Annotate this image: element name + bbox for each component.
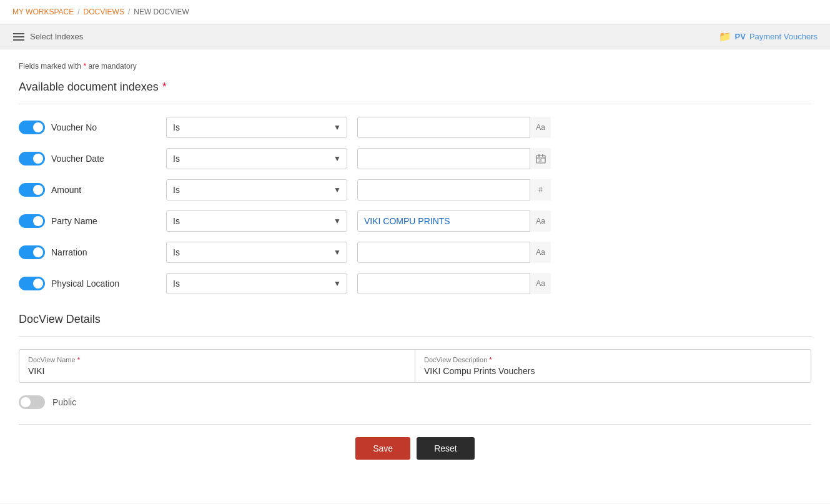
docview-divider: [19, 336, 811, 337]
index-row-amount: Amount IsContainsStarts WithEnds With ▼ …: [19, 179, 811, 200]
voucher-date-label-group: Voucher Date: [19, 152, 156, 166]
voucher-date-field-icon[interactable]: 19: [530, 148, 551, 169]
physical-location-field-icon: Aa: [530, 273, 551, 294]
header-left: Select Indexes: [12, 32, 83, 42]
narration-field-icon: Aa: [530, 242, 551, 263]
physical-location-label: Physical Location: [51, 279, 119, 289]
voucher-no-value[interactable]: [357, 117, 551, 138]
svg-rect-0: [13, 33, 24, 34]
physical-location-toggle[interactable]: [19, 277, 45, 290]
voucher-date-operator[interactable]: IsContainsStarts WithEnds With: [166, 148, 347, 169]
save-button[interactable]: Save: [355, 437, 410, 460]
docview-desc-star: *: [489, 356, 492, 363]
docview-desc-field: DocView Description *: [415, 350, 811, 382]
bottom-divider: [19, 424, 811, 425]
mandatory-star: *: [83, 62, 86, 71]
docview-desc-label: DocView Description *: [424, 356, 802, 363]
public-toggle[interactable]: [19, 395, 45, 409]
reset-button[interactable]: Reset: [417, 437, 475, 460]
amount-value-wrap: #: [357, 179, 551, 200]
breadcrumb-docviews[interactable]: DOCVIEWS: [84, 7, 124, 16]
breadcrumb-sep-2: /: [128, 7, 130, 16]
physical-location-label-group: Physical Location: [19, 277, 156, 290]
narration-operator[interactable]: IsContainsStarts WithEnds With: [166, 242, 347, 263]
indexes-star: *: [162, 81, 167, 94]
button-row: Save Reset: [19, 437, 811, 460]
amount-operator-wrap: IsContainsStarts WithEnds With ▼: [166, 179, 347, 200]
docview-name-star: *: [77, 356, 80, 363]
voucher-date-value[interactable]: [357, 148, 551, 169]
breadcrumb-sep-1: /: [77, 7, 79, 16]
docview-name-field: DocView Name *: [19, 350, 415, 382]
voucher-date-label: Voucher Date: [51, 154, 104, 164]
indexes-divider: [19, 104, 811, 104]
amount-operator[interactable]: IsContainsStarts WithEnds With: [166, 179, 347, 200]
breadcrumb: MY WORKSPACE / DOCVIEWS / NEW DOCVIEW: [0, 0, 830, 24]
docview-name-label: DocView Name *: [28, 356, 406, 363]
header-select-indexes-label: Select Indexes: [30, 32, 83, 41]
party-name-label: Party Name: [51, 216, 97, 226]
voucher-date-operator-wrap: IsContainsStarts WithEnds With ▼: [166, 148, 347, 169]
header-pv-label: PV: [735, 32, 746, 41]
party-name-operator[interactable]: IsContainsStarts WithEnds With: [166, 210, 347, 232]
party-name-toggle[interactable]: [19, 214, 45, 228]
index-row-party-name: Party Name IsContainsStarts WithEnds Wit…: [19, 210, 811, 232]
svg-text:19: 19: [538, 159, 542, 162]
physical-location-value-wrap: Aa: [357, 273, 551, 294]
svg-rect-1: [13, 36, 24, 37]
amount-field-icon: #: [530, 179, 551, 200]
physical-location-operator[interactable]: IsContainsStarts WithEnds With: [166, 273, 347, 294]
narration-label-group: Narration: [19, 245, 156, 259]
index-row-narration: Narration IsContainsStarts WithEnds With…: [19, 242, 811, 263]
public-row: Public: [19, 395, 811, 409]
narration-label: Narration: [51, 247, 87, 257]
mandatory-note: Fields marked with * are mandatory: [19, 62, 811, 71]
index-row-voucher-no: Voucher No IsContainsStarts WithEnds Wit…: [19, 117, 811, 138]
header-pv-sublabel: Payment Vouchers: [749, 32, 818, 41]
physical-location-operator-wrap: IsContainsStarts WithEnds With ▼: [166, 273, 347, 294]
physical-location-value[interactable]: [357, 273, 551, 294]
narration-toggle[interactable]: [19, 245, 45, 259]
voucher-no-label: Voucher No: [51, 122, 97, 132]
party-name-label-group: Party Name: [19, 214, 156, 228]
narration-value[interactable]: [357, 242, 551, 263]
voucher-no-operator-wrap: IsContainsStarts WithEnds With ▼: [166, 117, 347, 138]
header-right: 📁 PV Payment Vouchers: [719, 31, 818, 42]
amount-label-group: Amount: [19, 183, 156, 197]
voucher-no-value-wrap: Aa: [357, 117, 551, 138]
voucher-no-field-icon: Aa: [530, 117, 551, 138]
breadcrumb-current: NEW DOCVIEW: [134, 7, 189, 16]
docview-name-input[interactable]: [28, 366, 406, 376]
indexes-section-title: Available document indexes *: [19, 81, 811, 94]
docview-details-section: DocView Details DocView Name * DocView D…: [19, 313, 811, 409]
main-content: Fields marked with * are mandatory Avail…: [0, 49, 830, 503]
party-name-value[interactable]: [357, 210, 551, 232]
narration-value-wrap: Aa: [357, 242, 551, 263]
party-name-value-wrap: Aa: [357, 210, 551, 232]
index-row-physical-location: Physical Location IsContainsStarts WithE…: [19, 273, 811, 294]
narration-operator-wrap: IsContainsStarts WithEnds With ▼: [166, 242, 347, 263]
svg-rect-2: [13, 39, 24, 41]
amount-value[interactable]: [357, 179, 551, 200]
index-row-voucher-date: Voucher Date IsContainsStarts WithEnds W…: [19, 148, 811, 169]
list-icon: [12, 32, 25, 42]
voucher-date-value-wrap: 19: [357, 148, 551, 169]
party-name-operator-wrap: IsContainsStarts WithEnds With ▼: [166, 210, 347, 232]
header-bar: Select Indexes 📁 PV Payment Vouchers: [0, 24, 830, 49]
docview-desc-input[interactable]: [424, 366, 802, 376]
amount-toggle[interactable]: [19, 183, 45, 197]
public-label: Public: [52, 397, 76, 407]
voucher-date-toggle[interactable]: [19, 152, 45, 166]
party-name-field-icon: Aa: [530, 210, 551, 232]
breadcrumb-workspace[interactable]: MY WORKSPACE: [12, 7, 74, 16]
docview-details-title: DocView Details: [19, 313, 811, 326]
voucher-no-toggle[interactable]: [19, 121, 45, 134]
voucher-no-label-group: Voucher No: [19, 121, 156, 134]
amount-label: Amount: [51, 185, 81, 195]
folder-icon: 📁: [719, 31, 731, 42]
voucher-no-operator[interactable]: IsContainsStarts WithEnds With: [166, 117, 347, 138]
docview-fields-group: DocView Name * DocView Description *: [19, 349, 811, 383]
